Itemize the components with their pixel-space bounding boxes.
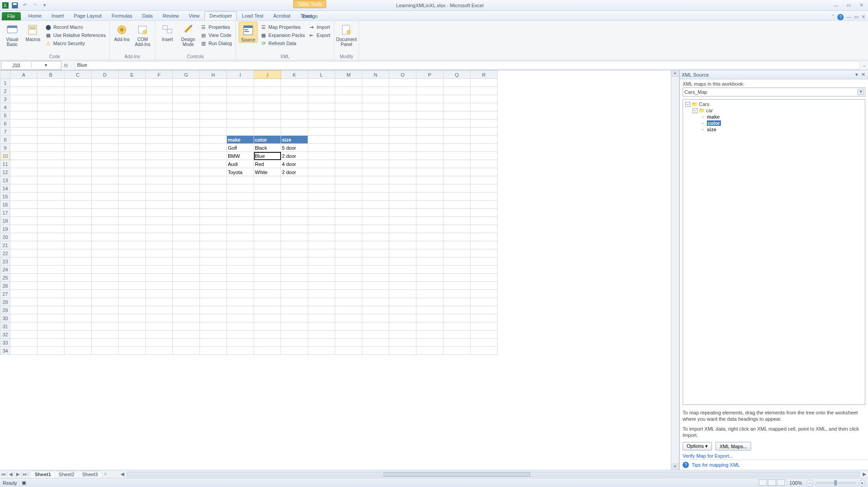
cell[interactable] [227, 184, 254, 193]
cell[interactable] [389, 249, 416, 257]
cell[interactable] [389, 79, 416, 87]
cell[interactable] [200, 176, 227, 184]
cell[interactable] [443, 249, 471, 257]
cell[interactable] [173, 209, 200, 217]
cell[interactable] [65, 79, 92, 87]
cell[interactable] [92, 168, 119, 176]
cell[interactable] [443, 266, 471, 274]
cell[interactable] [173, 111, 200, 119]
hscroll-left-icon[interactable]: ◀ [119, 471, 126, 477]
cell[interactable] [335, 95, 362, 103]
sheet-nav-next-icon[interactable]: ▶ [14, 472, 22, 477]
cell[interactable] [443, 217, 471, 225]
cell[interactable] [471, 119, 498, 128]
row-header[interactable]: 5 [0, 111, 10, 119]
pane-menu-icon[interactable]: ▾ [854, 72, 860, 78]
cell[interactable] [254, 201, 281, 209]
cell[interactable] [227, 87, 254, 95]
cell[interactable] [443, 257, 471, 266]
cell[interactable] [227, 193, 254, 201]
cell[interactable] [362, 111, 389, 119]
cell[interactable] [308, 160, 335, 168]
cell[interactable] [281, 79, 308, 87]
cell[interactable] [471, 201, 498, 209]
cell[interactable] [254, 225, 281, 233]
dropdown-icon[interactable]: ▾ [858, 89, 864, 95]
cell[interactable] [335, 128, 362, 136]
cell[interactable] [416, 152, 443, 160]
cell[interactable] [10, 160, 37, 168]
row-header[interactable]: 25 [0, 274, 10, 282]
cell[interactable] [443, 87, 471, 95]
cell[interactable] [254, 193, 281, 201]
cell[interactable] [389, 306, 416, 314]
cell[interactable] [92, 322, 119, 331]
cell[interactable] [416, 201, 443, 209]
cell[interactable] [173, 241, 200, 249]
cell[interactable]: Toyota [227, 168, 254, 176]
horizontal-scrollbar[interactable]: ◀ ▶ [119, 471, 868, 477]
row-header[interactable]: 22 [0, 249, 10, 257]
cell[interactable] [37, 128, 65, 136]
cell[interactable] [308, 209, 335, 217]
cell[interactable] [281, 209, 308, 217]
cell[interactable] [10, 111, 37, 119]
cell[interactable] [173, 79, 200, 87]
cell[interactable] [471, 290, 498, 298]
visual-basic-button[interactable]: Visual Basic [3, 22, 22, 47]
tree-leaf[interactable]: ▫size [700, 126, 863, 133]
cell[interactable] [308, 176, 335, 184]
cell[interactable] [416, 225, 443, 233]
cell[interactable] [119, 184, 146, 193]
cell[interactable] [65, 152, 92, 160]
cell[interactable] [65, 176, 92, 184]
column-header[interactable]: H [200, 71, 227, 79]
cell[interactable] [362, 184, 389, 193]
tree-toggle-icon[interactable]: − [693, 108, 697, 113]
cell[interactable] [227, 266, 254, 274]
cell[interactable] [92, 266, 119, 274]
cell[interactable] [362, 290, 389, 298]
cell[interactable] [443, 152, 471, 160]
cell[interactable] [443, 209, 471, 217]
cell[interactable] [10, 241, 37, 249]
cell[interactable] [308, 339, 335, 347]
cell[interactable] [416, 339, 443, 347]
row-header[interactable]: 26 [0, 282, 10, 290]
column-header[interactable]: D [92, 71, 119, 79]
cell[interactable] [200, 249, 227, 257]
cell[interactable] [10, 266, 37, 274]
cell[interactable] [65, 274, 92, 282]
tab-review[interactable]: Review [157, 11, 184, 20]
minimize-icon[interactable]: — [831, 2, 841, 9]
cell[interactable] [92, 119, 119, 128]
cell[interactable] [119, 266, 146, 274]
row-header[interactable]: 14 [0, 184, 10, 193]
cell[interactable]: 4 door [281, 160, 308, 168]
cell[interactable] [443, 176, 471, 184]
cell[interactable] [173, 249, 200, 257]
cell[interactable] [308, 298, 335, 306]
cell[interactable] [308, 322, 335, 331]
cell[interactable] [37, 111, 65, 119]
cell[interactable] [65, 249, 92, 257]
tab-page-layout[interactable]: Page Layout [69, 11, 107, 20]
cell[interactable] [362, 152, 389, 160]
cell[interactable] [281, 128, 308, 136]
cell[interactable] [362, 233, 389, 241]
cell[interactable] [146, 160, 173, 168]
cell[interactable] [119, 347, 146, 355]
cell[interactable] [200, 274, 227, 282]
cell[interactable] [146, 79, 173, 87]
cell[interactable] [146, 103, 173, 111]
cell[interactable] [92, 111, 119, 119]
cell[interactable] [471, 168, 498, 176]
cell[interactable] [443, 160, 471, 168]
row-header[interactable]: 28 [0, 298, 10, 306]
cell[interactable] [119, 136, 146, 144]
cell[interactable] [92, 339, 119, 347]
cell[interactable] [471, 160, 498, 168]
cell[interactable] [335, 79, 362, 87]
zoom-slider[interactable] [816, 482, 856, 484]
cell[interactable] [37, 274, 65, 282]
